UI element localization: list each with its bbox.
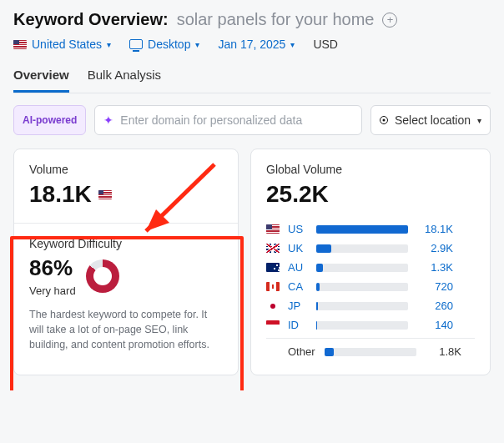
- date-filter[interactable]: Jan 17, 2025 ▾: [218, 38, 295, 51]
- device-filter[interactable]: Desktop ▾: [129, 38, 199, 51]
- volume-value: 18.1K: [29, 181, 92, 208]
- us-flag-icon: [266, 224, 280, 234]
- country-code-link[interactable]: ID: [288, 319, 308, 331]
- country-volume-link[interactable]: 260: [416, 300, 453, 312]
- country-volume-link[interactable]: 720: [416, 280, 453, 293]
- global-volume-row: UK2.9K: [266, 239, 475, 258]
- domain-input-wrapper[interactable]: ✦: [94, 105, 362, 135]
- country-volume-link[interactable]: 140: [416, 319, 453, 331]
- volume-bar: [316, 302, 408, 310]
- chevron-down-icon: ▾: [195, 40, 199, 49]
- tab-overview[interactable]: Overview: [13, 63, 69, 93]
- chevron-down-icon: ▾: [290, 40, 295, 49]
- global-volume-list: US18.1KUK2.9KAU1.3KCA720JP260ID140Other1…: [266, 219, 475, 361]
- ca-flag-icon: [266, 282, 280, 291]
- tabs: Overview Bulk Analysis: [13, 63, 491, 93]
- us-flag-icon: [13, 40, 27, 49]
- sparkle-icon: ✦: [103, 113, 113, 127]
- id-flag-icon: [266, 320, 280, 330]
- volume-bar: [316, 321, 408, 330]
- tab-bulk-analysis[interactable]: Bulk Analysis: [88, 63, 161, 93]
- location-select[interactable]: Select location ▾: [370, 105, 491, 135]
- uk-flag-icon: [266, 244, 280, 253]
- volume-bar: [316, 264, 408, 272]
- country-code-link[interactable]: UK: [288, 242, 308, 254]
- volume-kd-card: Volume 18.1K Keyword Difficulty 86% Very…: [13, 149, 239, 375]
- country-filter-label: United States: [32, 38, 102, 51]
- global-volume-card: Global Volume 25.2K US18.1KUK2.9KAU1.3KC…: [250, 149, 491, 375]
- page-title-label: Keyword Overview:: [13, 10, 169, 29]
- domain-input[interactable]: [120, 113, 353, 127]
- country-code-link[interactable]: CA: [288, 280, 308, 293]
- annotation-highlight-box: [10, 236, 244, 390]
- global-volume-row: JP260: [266, 296, 475, 315]
- chevron-down-icon: ▾: [477, 116, 481, 125]
- device-filter-label: Desktop: [148, 38, 190, 51]
- global-volume-row: AU1.3K: [266, 258, 475, 277]
- us-flag-icon: [98, 190, 112, 199]
- location-pin-icon: [380, 116, 388, 124]
- page-title-row: Keyword Overview: solar panels for your …: [13, 10, 491, 29]
- input-row: AI-powered ✦ Select location ▾: [13, 105, 491, 135]
- country-volume-link[interactable]: 1.3K: [416, 261, 453, 274]
- country-code-link[interactable]: US: [288, 223, 308, 235]
- country-code-link[interactable]: AU: [288, 261, 308, 274]
- keyword-text: solar panels for your home: [177, 10, 375, 29]
- global-volume-other-row: Other1.8K: [266, 338, 475, 361]
- global-volume-row: CA720: [266, 277, 475, 296]
- jp-flag-icon: [266, 301, 280, 310]
- ai-powered-badge: AI-powered: [13, 105, 86, 135]
- country-filter[interactable]: United States ▾: [13, 38, 111, 51]
- cards-row: Volume 18.1K Keyword Difficulty 86% Very…: [13, 149, 491, 375]
- global-volume-title: Global Volume: [266, 163, 475, 176]
- country-volume-link[interactable]: 18.1K: [416, 223, 453, 235]
- au-flag-icon: [266, 263, 280, 272]
- date-filter-label: Jan 17, 2025: [218, 38, 285, 51]
- currency-label: USD: [313, 38, 338, 51]
- add-keyword-icon[interactable]: +: [382, 13, 397, 28]
- country-code-link[interactable]: JP: [288, 300, 308, 312]
- location-select-label: Select location: [395, 113, 471, 127]
- global-volume-row: ID140: [266, 315, 475, 335]
- desktop-icon: [129, 39, 143, 49]
- chevron-down-icon: ▾: [107, 40, 111, 49]
- volume-bar: [316, 283, 408, 291]
- global-volume-row: US18.1K: [266, 219, 475, 239]
- filter-bar: United States ▾ Desktop ▾ Jan 17, 2025 ▾…: [13, 38, 491, 51]
- annotation-arrow-icon: [131, 158, 223, 241]
- volume-bar: [316, 244, 408, 253]
- country-volume-link[interactable]: 2.9K: [416, 242, 453, 254]
- other-label: Other: [288, 345, 316, 358]
- volume-bar: [316, 225, 408, 234]
- volume-bar: [325, 348, 416, 356]
- other-volume-value: 1.8K: [425, 345, 461, 358]
- global-volume-value: 25.2K: [266, 181, 475, 208]
